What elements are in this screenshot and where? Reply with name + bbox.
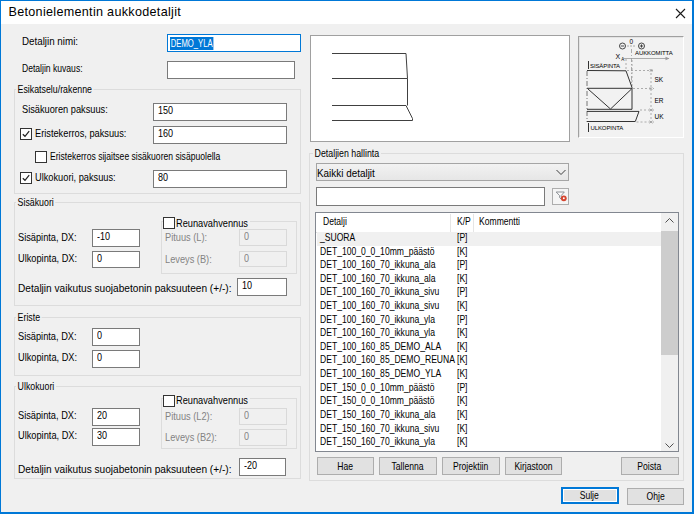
svg-text:SK: SK (655, 76, 664, 83)
svg-text:SISÄPINTA: SISÄPINTA (590, 63, 620, 69)
svg-text:UK: UK (655, 113, 665, 120)
svg-text:A: A (621, 57, 624, 62)
svg-text:0: 0 (630, 38, 634, 45)
svg-text:ER: ER (655, 97, 664, 104)
svg-text:AUKKOMITTA: AUKKOMITTA (635, 50, 673, 56)
svg-text:X: X (616, 53, 621, 60)
svg-text:ULKOPINTA: ULKOPINTA (591, 125, 624, 131)
